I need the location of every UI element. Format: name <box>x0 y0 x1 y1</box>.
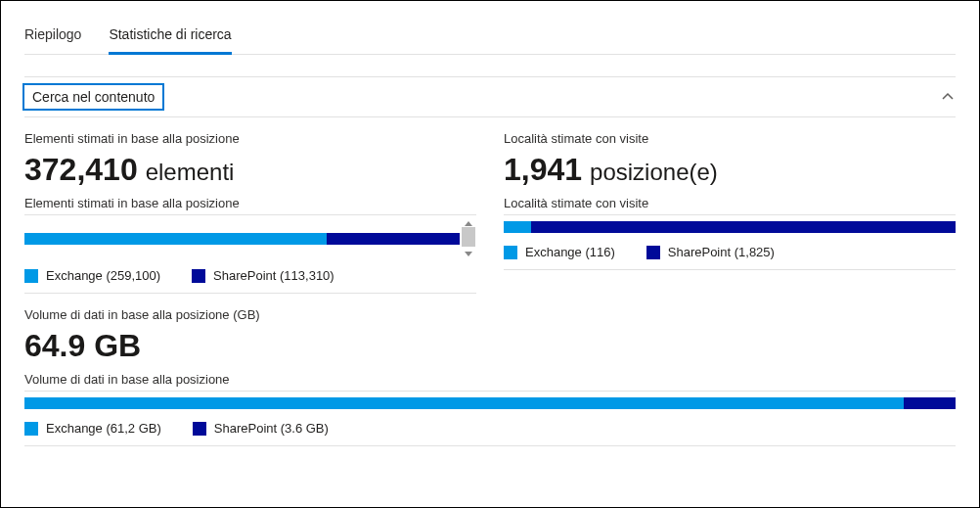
swatch-sharepoint-icon <box>193 422 206 436</box>
swatch-exchange-icon <box>24 269 38 283</box>
legend-exchange-label: Exchange (61,2 GB) <box>46 421 161 436</box>
legend-sharepoint: SharePoint (113,310) <box>192 268 334 283</box>
collapse-title: Cerca nel contenuto <box>24 85 162 109</box>
card-locations-label: Località stimate con visite <box>504 131 956 146</box>
legend-sharepoint-label: SharePoint (1,825) <box>668 245 775 259</box>
card-locations-value: 1,941 <box>504 152 582 188</box>
legend-sharepoint-label: SharePoint (113,310) <box>213 268 334 283</box>
legend-sharepoint: SharePoint (3.6 GB) <box>193 421 329 436</box>
bar-segment-sharepoint <box>904 397 956 409</box>
bar-segment-exchange <box>24 233 327 245</box>
scroll-stub[interactable] <box>462 221 476 256</box>
card-volume-label: Volume di dati in base alla posizione (G… <box>24 307 956 322</box>
card-items-unit: elementi <box>146 159 235 186</box>
card-volume-value: 64.9 GB <box>24 328 141 364</box>
card-volume-bar-label: Volume di dati in base alla posizione <box>24 372 956 392</box>
legend-exchange: Exchange (259,100) <box>24 268 160 283</box>
card-items-bar <box>24 233 460 245</box>
legend-exchange-label: Exchange (116) <box>525 245 615 259</box>
card-locations-unit: posizione(e) <box>590 159 718 186</box>
legend-sharepoint: SharePoint (1,825) <box>646 245 775 259</box>
bar-segment-exchange <box>24 397 904 409</box>
legend-exchange: Exchange (116) <box>504 245 615 259</box>
swatch-exchange-icon <box>24 422 38 436</box>
card-estimated-locations: Località stimate con visite 1,941 posizi… <box>504 131 956 294</box>
bar-segment-sharepoint <box>327 233 459 245</box>
card-locations-bar <box>504 221 956 233</box>
card-locations-bar-label: Località stimate con visite <box>504 196 956 215</box>
card-items-bar-label: Elementi stimati in base alla posizione <box>24 196 476 215</box>
collapse-header-search-content[interactable]: Cerca nel contenuto <box>24 77 956 117</box>
legend-exchange: Exchange (61,2 GB) <box>24 421 161 436</box>
legend-exchange-label: Exchange (259,100) <box>46 268 160 283</box>
tabs-row: Riepilogo Statistiche di ricerca <box>24 17 956 55</box>
swatch-sharepoint-icon <box>192 269 205 283</box>
card-items-label: Elementi stimati in base alla posizione <box>24 131 476 146</box>
card-estimated-items: Elementi stimati in base alla posizione … <box>24 131 476 294</box>
legend-sharepoint-label: SharePoint (3.6 GB) <box>214 421 329 436</box>
tab-summary[interactable]: Riepilogo <box>24 17 81 54</box>
swatch-exchange-icon <box>504 246 517 259</box>
bar-segment-exchange <box>504 221 531 233</box>
card-data-volume: Volume di dati in base alla posizione (G… <box>24 307 956 446</box>
tab-search-stats[interactable]: Statistiche di ricerca <box>109 17 231 54</box>
scroll-thumb[interactable] <box>462 227 475 247</box>
card-items-value: 372,410 <box>24 152 138 188</box>
scroll-down-icon[interactable] <box>465 252 472 256</box>
chevron-up-icon <box>940 89 956 105</box>
card-volume-bar <box>24 397 956 409</box>
bar-segment-sharepoint <box>531 221 956 233</box>
scroll-up-icon[interactable] <box>465 221 472 226</box>
swatch-sharepoint-icon <box>646 246 660 259</box>
